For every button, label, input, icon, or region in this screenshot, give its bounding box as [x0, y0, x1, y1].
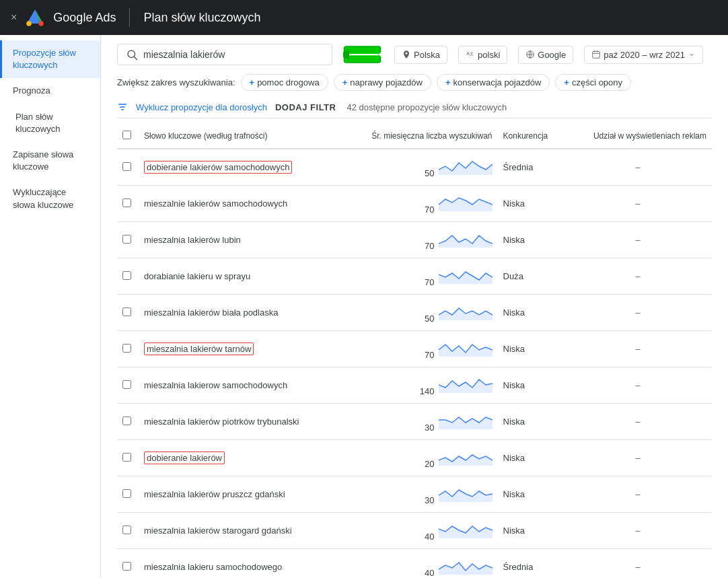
row-checkbox[interactable]: [122, 198, 131, 207]
table-row: dorabianie lakieru w sprayu70 Duża–: [117, 258, 712, 295]
engine-filter[interactable]: Google: [518, 46, 573, 64]
competition-cell: Niska: [498, 404, 565, 440]
row-checkbox-cell[interactable]: [117, 404, 139, 440]
table-row: dobieranie lakierów samochodowych50 Śred…: [117, 149, 712, 186]
close-button[interactable]: ×: [11, 11, 17, 24]
share-cell: –: [564, 222, 712, 258]
competition-cell: Niska: [498, 295, 565, 331]
expand-chip-0[interactable]: + pomoc drogowa: [241, 74, 328, 91]
row-checkbox-cell[interactable]: [117, 222, 139, 258]
row-checkbox[interactable]: [122, 417, 131, 425]
filter-icon: [117, 102, 128, 112]
share-cell: –: [564, 404, 712, 440]
row-checkbox-cell[interactable]: [117, 440, 139, 476]
avg-monthly-header: Śr. miesięczna liczba wyszukiwań: [340, 124, 497, 149]
table-row: mieszalnia lakierów piotrków trybunalski…: [117, 404, 712, 440]
sparkline: [439, 495, 493, 505]
share-cell: –: [564, 367, 712, 404]
avg-monthly-cell: 70: [340, 331, 497, 367]
language-filter[interactable]: A 文 polski: [458, 46, 507, 64]
expand-search-row: Zwiększ zakres wyszukiwania: + pomoc dro…: [117, 74, 712, 91]
sparkline: [439, 350, 493, 360]
search-input[interactable]: mieszalnia lakierów: [143, 49, 324, 60]
language-value: polski: [478, 50, 500, 60]
avg-monthly-cell: 30: [340, 476, 497, 513]
main-layout: Propozycje słów kluczowych Prognoza Plan…: [0, 35, 728, 578]
row-checkbox-cell[interactable]: [117, 476, 139, 513]
row-checkbox[interactable]: [122, 271, 131, 280]
row-checkbox[interactable]: [122, 489, 131, 498]
calendar-icon: [591, 50, 601, 59]
app-name: Google Ads: [53, 11, 116, 25]
keyword-cell: mieszalnia lakierów tarnów: [139, 331, 340, 367]
row-checkbox[interactable]: [122, 453, 131, 462]
row-checkbox-cell[interactable]: [117, 186, 139, 222]
expand-chip-3[interactable]: + części opony: [555, 74, 631, 91]
sidebar-item-prognoza[interactable]: Prognoza: [0, 78, 100, 104]
page-title-header: Plan słów kluczowych: [143, 11, 260, 25]
row-checkbox[interactable]: [122, 308, 131, 316]
sparkline: [439, 568, 493, 578]
row-checkbox-cell[interactable]: [117, 513, 139, 549]
svg-line-5: [134, 57, 137, 59]
row-checkbox[interactable]: [122, 562, 131, 571]
avg-value: 40: [425, 532, 434, 542]
svg-text:文: 文: [470, 51, 474, 56]
avg-monthly-cell: 40: [340, 513, 497, 549]
select-all-checkbox[interactable]: [122, 131, 131, 139]
sparkline: [439, 168, 493, 178]
row-checkbox[interactable]: [122, 162, 131, 171]
share-cell: –: [564, 549, 712, 579]
proposals-count: 42 dostępne propozycje słów kluczowych: [347, 102, 507, 112]
svg-point-2: [27, 21, 32, 26]
translate-icon: A 文: [466, 50, 475, 59]
table-row: mieszalnia lakierów lubin70 Niska–: [117, 222, 712, 258]
location-filter[interactable]: Polska: [394, 46, 447, 64]
chevron-down-icon: [688, 50, 696, 59]
table-row: mieszalnia lakierow samochodowych140 Nis…: [117, 367, 712, 404]
keyword-cell: mieszalnia lakierow samochodowych: [139, 367, 340, 404]
select-all-header[interactable]: [117, 124, 139, 149]
row-checkbox-cell[interactable]: [117, 295, 139, 331]
sparkline: [439, 459, 493, 469]
keyword-cell: mieszalnia lakierów piotrków trybunalski: [139, 404, 340, 440]
keyword-cell: mieszalnie lakierów samochodowych: [139, 186, 340, 222]
row-checkbox[interactable]: [122, 380, 131, 389]
exclude-adults-link[interactable]: Wyklucz propozycje dla dorosłych: [136, 102, 267, 112]
sidebar-item-propozycje[interactable]: Propozycje słów kluczowych: [0, 40, 100, 78]
keyword-cell: dobieranie lakierów samochodowych: [139, 149, 340, 186]
row-checkbox-cell[interactable]: [117, 549, 139, 579]
filter-bar: Wyklucz propozycje dla dorosłych DODAJ F…: [117, 102, 712, 118]
keyword-cell: mieszalnia lakierów biała podlaska: [139, 295, 340, 331]
sidebar-item-plan[interactable]: Plan słów kluczowych: [0, 104, 100, 142]
avg-value: 70: [425, 350, 434, 360]
competition-cell: Duża: [498, 258, 565, 295]
share-cell: –: [564, 186, 712, 222]
avg-monthly-cell: 40: [340, 549, 497, 579]
row-checkbox[interactable]: [122, 344, 131, 353]
add-filter-button[interactable]: DODAJ FILTR: [275, 102, 336, 112]
row-checkbox[interactable]: [122, 235, 131, 244]
row-checkbox-cell[interactable]: [117, 258, 139, 295]
sparkline: [439, 241, 493, 251]
keyword-header: Słowo kluczowe (według trafności): [139, 124, 340, 149]
table-row: mieszalnia lakierów starogard gdański40 …: [117, 513, 712, 549]
avg-value: 50: [425, 314, 434, 324]
sparkline: [439, 532, 493, 542]
search-row: mieszalnia lakierów Polska: [117, 43, 712, 66]
expand-chip-1[interactable]: + naprawy pojazdów: [334, 74, 431, 91]
table-row: mieszalnie lakierów samochodowych70 Nisk…: [117, 186, 712, 222]
green-arrow-annotation: [343, 43, 384, 66]
search-box[interactable]: mieszalnia lakierów: [117, 44, 332, 65]
date-filter[interactable]: paź 2020 – wrz 2021: [584, 46, 703, 64]
share-cell: –: [564, 476, 712, 513]
row-checkbox-cell[interactable]: [117, 367, 139, 404]
row-checkbox[interactable]: [122, 526, 131, 534]
row-checkbox-cell[interactable]: [117, 149, 139, 186]
sidebar-item-zapisane[interactable]: Zapisane słowa kluczowe: [0, 142, 100, 180]
row-checkbox-cell[interactable]: [117, 331, 139, 367]
sparkline: [439, 423, 493, 433]
expand-chip-2[interactable]: + konserwacja pojazdów: [437, 74, 550, 91]
avg-monthly-cell: 140: [340, 367, 497, 404]
sidebar-item-wykluczajace[interactable]: Wykluczające słowa kluczowe: [0, 180, 100, 217]
